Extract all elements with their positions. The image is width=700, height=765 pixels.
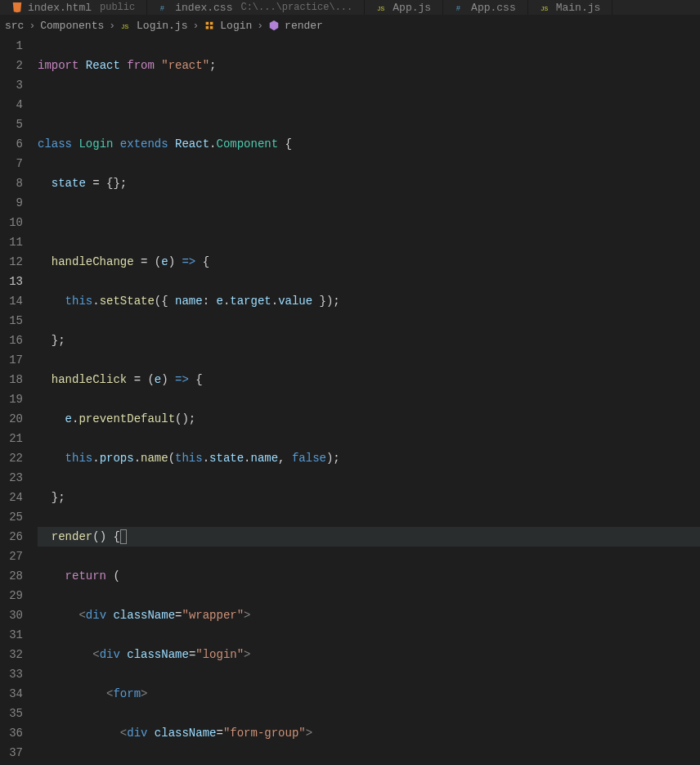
line-number-gutter: 1234567891011121314151617181920212223242… [0,36,38,765]
svg-text:JS: JS [121,23,129,30]
tab-label: App.css [471,2,516,14]
tab-main-js[interactable]: JS Main.js [528,0,613,15]
js-icon: JS [540,2,551,13]
breadcrumb-item[interactable]: Login.js [137,20,187,32]
code-content[interactable]: import React from "react"; class Login e… [38,36,700,765]
method-icon [268,20,280,31]
tab-index-html[interactable]: index.html public [0,0,147,15]
tab-label: index.html [28,2,92,14]
tab-sublabel: C:\...\practice\... [240,2,352,13]
breadcrumb-item[interactable]: Login [220,20,252,32]
tab-label: Main.js [556,2,601,14]
html-icon [11,2,23,13]
tab-index-css[interactable]: # index.css C:\...\practice\... [147,0,365,15]
svg-text:#: # [456,5,460,13]
chevron-right-icon: › [192,20,199,32]
svg-text:JS: JS [377,5,385,12]
svg-text:#: # [160,5,164,13]
svg-text:JS: JS [541,5,549,12]
css-icon: # [455,2,466,13]
breadcrumb-item[interactable]: Components [40,20,104,32]
js-icon: JS [120,20,132,31]
chevron-right-icon: › [109,20,115,32]
chevron-right-icon: › [29,20,35,32]
breadcrumb-item[interactable]: render [285,20,323,32]
tab-label: App.js [393,2,431,14]
breadcrumb-item[interactable]: src [5,20,24,32]
css-icon: # [159,2,170,13]
tab-sublabel: public [100,2,135,13]
tab-app-js[interactable]: JS App.js [365,0,443,15]
breadcrumb[interactable]: src › Components › JS Login.js › Login ›… [0,15,700,36]
class-icon [204,20,215,31]
tab-label: index.css [175,2,232,14]
chevron-right-icon: › [257,20,263,32]
tab-bar: index.html public # index.css C:\...\pra… [0,0,700,15]
js-icon: JS [376,2,388,13]
code-editor[interactable]: 1234567891011121314151617181920212223242… [0,36,700,765]
tab-app-css[interactable]: # App.css [443,0,528,15]
cursor [120,529,127,544]
